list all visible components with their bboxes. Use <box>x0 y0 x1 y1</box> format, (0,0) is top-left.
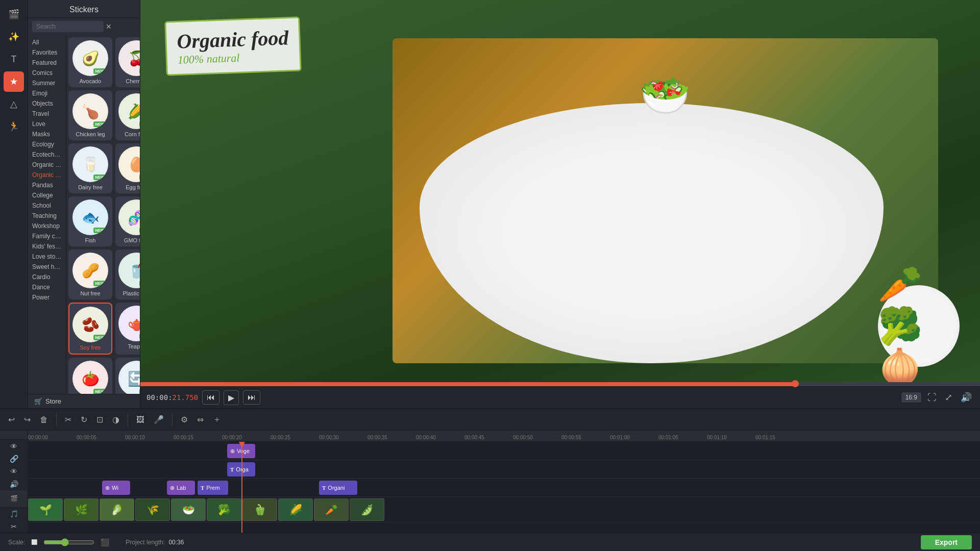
timeline-ruler-spacer <box>0 431 28 440</box>
scale-slider[interactable] <box>43 538 94 546</box>
cat-dance[interactable]: Dance <box>28 282 66 292</box>
toolbar-transitions-btn[interactable]: △ <box>4 94 24 114</box>
time-prefix: 00:00: <box>146 393 173 402</box>
sticker-plastic-cup[interactable]: 🥤NEW Plastic cup <box>115 249 140 299</box>
sticker-egg-free[interactable]: 🥚NEW Egg free <box>115 143 140 193</box>
color-btn[interactable]: ◑ <box>109 413 122 427</box>
sticker-transfer-free[interactable]: 🔄NEW Transfer free <box>115 358 140 394</box>
sticker-dairy-free[interactable]: 🥛NEW Dairy free <box>68 143 112 193</box>
track-sticker: ⊕Vege <box>28 442 980 460</box>
media-thumb-3[interactable]: 🥬 <box>100 498 134 521</box>
cat-power[interactable]: Power <box>28 292 66 303</box>
cat-kids[interactable]: Kids' festivities <box>28 241 66 252</box>
progress-handle[interactable] <box>792 380 799 387</box>
rotate-btn[interactable]: ↻ <box>78 413 90 427</box>
add-track-btn[interactable]: ＋ <box>210 412 224 427</box>
cat-organic-food[interactable]: Organic food <box>28 170 66 180</box>
export-btn[interactable]: Export <box>921 535 972 549</box>
clip-wi[interactable]: ⊕Wi <box>102 481 130 495</box>
progress-bar[interactable] <box>140 382 980 386</box>
cat-favorites[interactable]: Favorites <box>28 47 66 58</box>
skip-back-btn[interactable]: ⏮ <box>202 390 219 405</box>
expand-btn[interactable]: ⤢ <box>943 390 954 405</box>
sticker-search-input[interactable] <box>32 21 104 32</box>
toolbar-film-btn[interactable]: 🎬 <box>4 4 24 24</box>
undo-btn[interactable]: ↩ <box>5 413 18 427</box>
crop-btn[interactable]: ⊡ <box>93 413 106 427</box>
cut-btn[interactable]: ✂ <box>62 413 75 427</box>
sticker-chicken-leg[interactable]: 🍗NEW Chicken leg <box>68 90 112 140</box>
sticker-nut-free[interactable]: 🥜NEW Nut free <box>68 249 112 299</box>
clip-lab[interactable]: ⊕Lab <box>167 481 195 495</box>
sticker-cherries[interactable]: 🍒NEW Cherries <box>115 37 140 87</box>
sticker-soy-free[interactable]: 🫘NEW Soy free <box>68 303 112 355</box>
music-btn[interactable]: 🎵 <box>0 508 28 520</box>
cat-cardio[interactable]: Cardio <box>28 272 66 282</box>
media-thumb-5[interactable]: 🥗 <box>171 498 206 521</box>
cat-travel[interactable]: Travel <box>28 109 66 119</box>
media-thumb-1[interactable]: 🌱 <box>28 498 63 521</box>
cat-family[interactable]: Family celebrati... <box>28 231 66 241</box>
cat-teaching[interactable]: Teaching <box>28 211 66 221</box>
media-thumb-10[interactable]: 🫛 <box>350 498 384 521</box>
track-eye-btn-1[interactable]: 👁 <box>0 440 28 453</box>
media-thumb-6[interactable]: 🥦 <box>207 498 241 521</box>
sticker-tomato[interactable]: 🍅NEW Tomato <box>68 358 112 394</box>
sticker-avocado-icon: 🥑NEW <box>72 40 108 76</box>
redo-btn[interactable]: ↪ <box>21 413 34 427</box>
timeline-scroll-area[interactable]: 00:00:00 00:00:05 00:00:10 00:00:15 00:0… <box>28 431 980 533</box>
clip-organi[interactable]: TOrgani <box>319 481 357 495</box>
skip-forward-btn[interactable]: ⏭ <box>243 390 260 405</box>
cat-objects[interactable]: Objects <box>28 98 66 109</box>
cat-sweet-home[interactable]: Sweet home <box>28 262 66 272</box>
sticker-corn-free[interactable]: 🌽NEW Corn free <box>115 90 140 140</box>
ruler-mark-20: 00:00:20 <box>222 435 242 440</box>
sticker-new-badge: NEW <box>139 174 140 180</box>
sticker-teapot[interactable]: 🫖NEW Teapot <box>115 303 140 355</box>
track-sound-btn-2[interactable]: 🔊 <box>0 478 28 491</box>
media-thumb-4[interactable]: 🌾 <box>135 498 170 521</box>
volume-btn[interactable]: 🔊 <box>959 390 974 405</box>
cat-pandas[interactable]: Pandas <box>28 180 66 190</box>
toolbar-sticker-btn[interactable]: ★ <box>4 71 24 92</box>
track-eye-btn-2[interactable]: 👁 <box>0 465 28 478</box>
image-btn[interactable]: 🖼 <box>133 413 148 427</box>
media-thumb-9[interactable]: 🥕 <box>314 498 349 521</box>
media-thumb-2[interactable]: 🌿 <box>64 498 99 521</box>
track-link-btn-1[interactable]: 🔗 <box>0 453 28 465</box>
fullscreen-preview-btn[interactable]: ⛶ <box>925 390 939 405</box>
media-thumb-8[interactable]: 🌽 <box>278 498 313 521</box>
sticker-avocado[interactable]: 🥑NEW Avocado <box>68 37 112 87</box>
cat-organic-cosmetics[interactable]: Organic cosmetics <box>28 160 66 170</box>
toolbar-text-btn[interactable]: T <box>4 49 24 69</box>
sticker-gmo-free[interactable]: 🧬NEW GMO free <box>115 196 140 246</box>
adjust-btn[interactable]: ⇔ <box>194 413 207 427</box>
cat-workshop[interactable]: Workshop <box>28 221 66 231</box>
cat-ecotechnology[interactable]: Ecotechnology <box>28 149 66 160</box>
media-thumb-7[interactable]: 🫑 <box>242 498 277 521</box>
cat-all[interactable]: All <box>28 37 66 47</box>
toolbar-fitness-btn[interactable]: 🏃 <box>4 116 24 137</box>
mic-btn[interactable]: 🎤 <box>151 413 167 427</box>
clip-prem[interactable]: TPrem <box>198 481 228 495</box>
cat-school[interactable]: School <box>28 201 66 211</box>
delete-btn[interactable]: 🗑 <box>37 413 51 427</box>
cat-comics[interactable]: Comics <box>28 68 66 78</box>
cat-featured[interactable]: Featured <box>28 58 66 68</box>
cat-summer[interactable]: Summer <box>28 78 66 88</box>
store-btn[interactable]: 🛒 Store <box>28 394 140 408</box>
search-clear-icon[interactable]: ✕ <box>106 22 112 31</box>
settings-btn[interactable]: ⚙ <box>178 413 191 427</box>
sticker-fish[interactable]: 🐟NEW Fish <box>68 196 112 246</box>
cat-masks[interactable]: Masks <box>28 129 66 139</box>
toolbar-effects-btn[interactable]: ✨ <box>4 27 24 47</box>
toolbar-separator-2 <box>128 414 128 426</box>
play-pause-btn[interactable]: ▶ <box>224 390 239 405</box>
playhead[interactable] <box>241 442 242 533</box>
cat-ecology[interactable]: Ecology <box>28 139 66 149</box>
cat-emoji[interactable]: Emoji <box>28 88 66 98</box>
cat-love-stories[interactable]: Love stories <box>28 252 66 262</box>
cat-college[interactable]: College <box>28 190 66 201</box>
cat-love[interactable]: Love <box>28 119 66 129</box>
scissors-btn[interactable]: ✂ <box>0 520 28 533</box>
